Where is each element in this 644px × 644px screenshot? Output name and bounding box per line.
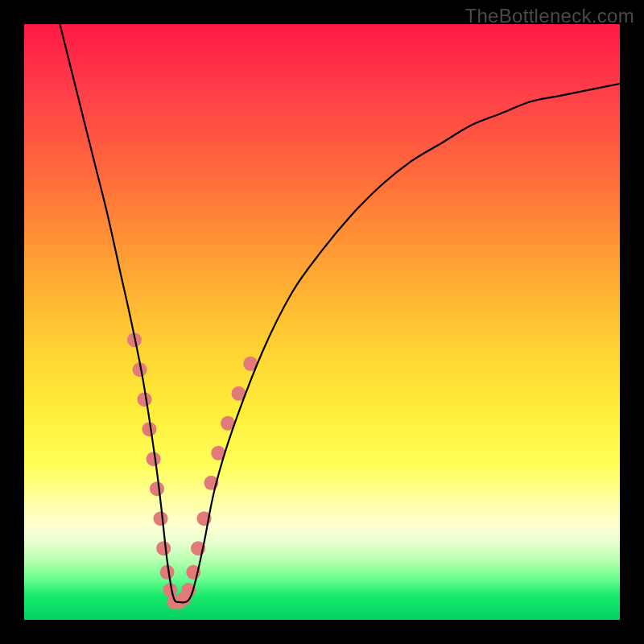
chart-svg <box>24 24 620 620</box>
plot-area <box>24 24 620 620</box>
chart-frame: TheBottleneck.com <box>0 0 644 644</box>
watermark-text: TheBottleneck.com <box>464 5 634 27</box>
highlight-dot <box>154 511 168 526</box>
highlight-dot <box>138 392 152 407</box>
main-curve <box>60 24 620 602</box>
highlight-dot <box>156 541 171 555</box>
highlight-dot <box>150 481 164 496</box>
highlight-dot <box>147 452 161 466</box>
highlight-dots-group <box>127 332 258 609</box>
highlight-dot <box>160 565 175 580</box>
